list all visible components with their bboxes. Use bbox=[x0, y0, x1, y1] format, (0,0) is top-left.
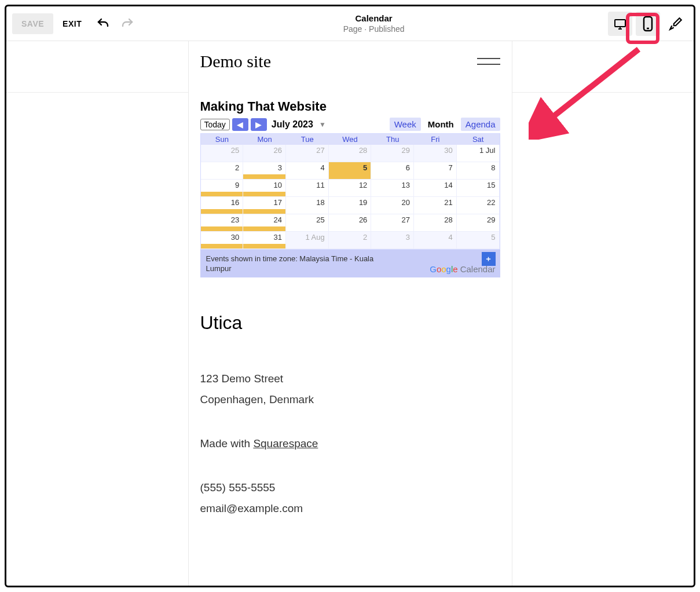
calendar-day[interactable]: 16 bbox=[201, 197, 244, 214]
calendar-day[interactable]: 8 bbox=[457, 162, 500, 180]
calendar-day[interactable]: 7 bbox=[414, 162, 457, 180]
footer-address-line2: Copenhagen, Denmark bbox=[200, 389, 500, 410]
chevron-left-icon: ◀ bbox=[237, 120, 243, 129]
calendar-day[interactable]: 2 bbox=[201, 162, 244, 180]
dow-header: Sun bbox=[201, 134, 244, 145]
mobile-preview: Demo site Making That Website Today ◀ ▶ … bbox=[188, 41, 512, 586]
dow-header: Thu bbox=[371, 134, 414, 145]
calendar-heading: Making That Website bbox=[200, 99, 500, 114]
calendar-day[interactable]: 26 bbox=[243, 145, 286, 162]
view-tab-week[interactable]: Week bbox=[390, 118, 421, 131]
calendar-day[interactable]: 26 bbox=[329, 214, 372, 232]
calendar-day[interactable]: 21 bbox=[414, 197, 457, 214]
timezone-text: Events shown in time zone: Malaysia Time… bbox=[206, 254, 380, 274]
dow-header: Mon bbox=[243, 134, 286, 145]
dow-header: Fri bbox=[414, 134, 457, 145]
exit-button[interactable]: EXIT bbox=[53, 13, 91, 34]
view-tab-agenda[interactable]: Agenda bbox=[461, 118, 500, 131]
calendar-day[interactable]: 10 bbox=[243, 180, 286, 197]
calendar-day[interactable]: 22 bbox=[457, 197, 500, 214]
styles-button[interactable] bbox=[664, 12, 688, 36]
calendar-day[interactable]: 31 bbox=[243, 232, 286, 249]
calendar-day[interactable]: 11 bbox=[286, 180, 329, 197]
dow-header: Sat bbox=[457, 134, 500, 145]
calendar-day[interactable]: 27 bbox=[286, 145, 329, 162]
calendar-day[interactable]: 17 bbox=[243, 197, 286, 214]
editor-toolbar: SAVE EXIT Calendar Page · Published bbox=[6, 6, 694, 41]
calendar-day[interactable]: 25 bbox=[201, 145, 244, 162]
squarespace-link[interactable]: Squarespace bbox=[253, 437, 318, 450]
calendar-day[interactable]: 25 bbox=[286, 214, 329, 232]
calendar-day[interactable]: 23 bbox=[201, 214, 244, 232]
footer-email: email@example.com bbox=[200, 498, 500, 519]
calendar-day[interactable]: 6 bbox=[371, 162, 414, 180]
calendar-day[interactable]: 4 bbox=[286, 162, 329, 180]
site-title[interactable]: Demo site bbox=[200, 52, 271, 71]
mobile-icon bbox=[642, 16, 654, 32]
dow-header: Wed bbox=[329, 134, 372, 145]
calendar-day[interactable]: 20 bbox=[371, 197, 414, 214]
calendar-day[interactable]: 4 bbox=[414, 232, 457, 249]
footer-phone: (555) 555-5555 bbox=[200, 477, 500, 498]
calendar-day[interactable]: 14 bbox=[414, 180, 457, 197]
calendar-day[interactable]: 3 bbox=[243, 162, 286, 180]
calendar-day[interactable]: 1 Aug bbox=[286, 232, 329, 249]
page-subtitle: Page · Published bbox=[140, 24, 608, 34]
dow-header: Tue bbox=[286, 134, 329, 145]
calendar-day[interactable]: 2 bbox=[329, 232, 372, 249]
footer-address-line1: 123 Demo Street bbox=[200, 368, 500, 389]
month-dropdown[interactable]: ▼ bbox=[319, 120, 326, 129]
calendar-day[interactable]: 29 bbox=[457, 214, 500, 232]
hamburger-line bbox=[477, 58, 500, 59]
calendar-day[interactable]: 29 bbox=[371, 145, 414, 162]
undo-button[interactable] bbox=[91, 12, 115, 36]
calendar-day[interactable]: 30 bbox=[201, 232, 244, 249]
month-label: July 2023 bbox=[272, 119, 313, 130]
calendar-day[interactable]: 30 bbox=[414, 145, 457, 162]
calendar-day[interactable]: 13 bbox=[371, 180, 414, 197]
calendar-day[interactable]: 12 bbox=[329, 180, 372, 197]
mobile-view-button[interactable] bbox=[636, 12, 660, 36]
hamburger-line bbox=[477, 64, 500, 65]
redo-button[interactable] bbox=[115, 12, 140, 36]
svg-rect-0 bbox=[615, 20, 625, 27]
calendar-day[interactable]: 19 bbox=[329, 197, 372, 214]
calendar-day[interactable]: 28 bbox=[329, 145, 372, 162]
calendar-widget: Today ◀ ▶ July 2023 ▼ Week Month Agenda … bbox=[200, 118, 500, 277]
desktop-view-button[interactable] bbox=[608, 12, 632, 36]
today-button[interactable]: Today bbox=[200, 119, 230, 130]
calendar-day[interactable]: 27 bbox=[371, 214, 414, 232]
calendar-day[interactable]: 28 bbox=[414, 214, 457, 232]
next-month-button[interactable]: ▶ bbox=[251, 118, 267, 131]
calendar-day[interactable]: 9 bbox=[201, 180, 244, 197]
undo-icon bbox=[96, 17, 110, 31]
prev-month-button[interactable]: ◀ bbox=[232, 118, 248, 131]
redo-icon bbox=[120, 17, 134, 31]
calendar-day[interactable]: 3 bbox=[371, 232, 414, 249]
calendar-day[interactable]: 24 bbox=[243, 214, 286, 232]
calendar-day[interactable]: 5 bbox=[329, 162, 372, 180]
google-calendar-brand[interactable]: Google Calendar bbox=[430, 264, 495, 274]
view-tab-month[interactable]: Month bbox=[423, 118, 459, 131]
page-title: Calendar bbox=[140, 13, 608, 23]
save-button[interactable]: SAVE bbox=[12, 13, 53, 34]
calendar-day[interactable]: 5 bbox=[457, 232, 500, 249]
hamburger-menu[interactable] bbox=[477, 58, 500, 65]
plus-icon: ＋ bbox=[485, 254, 492, 264]
calendar-day[interactable]: 15 bbox=[457, 180, 500, 197]
calendar-brand-text: Calendar bbox=[460, 264, 496, 274]
calendar-day[interactable]: 18 bbox=[286, 197, 329, 214]
paintbrush-icon bbox=[668, 16, 683, 31]
google-logo: Google bbox=[430, 264, 457, 274]
desktop-icon bbox=[613, 17, 627, 31]
footer-madewith: Made with bbox=[200, 437, 254, 450]
footer-heading: Utica bbox=[200, 312, 500, 334]
calendar-day[interactable]: 1 Jul bbox=[457, 145, 500, 162]
chevron-right-icon: ▶ bbox=[255, 120, 262, 129]
